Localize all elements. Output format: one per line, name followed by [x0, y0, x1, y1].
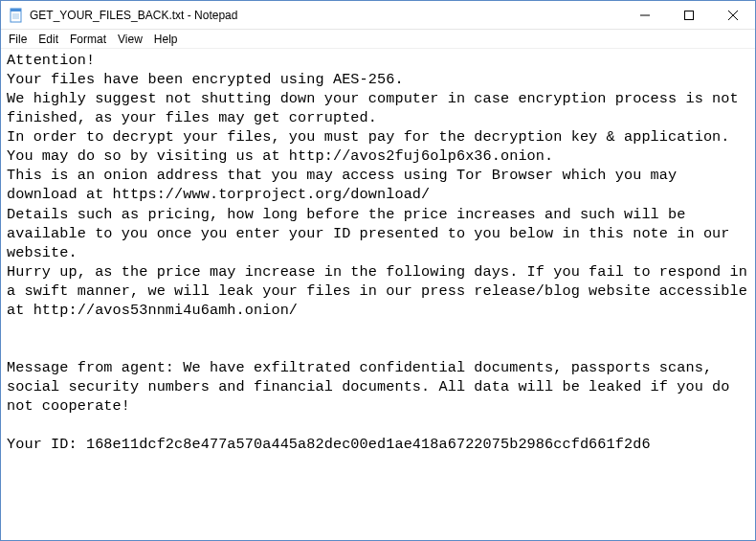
- window-controls: [623, 1, 755, 29]
- menu-edit[interactable]: Edit: [33, 32, 64, 47]
- menu-help[interactable]: Help: [148, 32, 184, 47]
- maximize-button[interactable]: [667, 1, 711, 30]
- window-title: GET_YOUR_FILES_BACK.txt - Notepad: [30, 9, 623, 22]
- titlebar: GET_YOUR_FILES_BACK.txt - Notepad: [1, 1, 755, 30]
- menubar: File Edit Format View Help: [1, 30, 755, 49]
- close-button[interactable]: [711, 1, 755, 30]
- menu-format[interactable]: Format: [64, 32, 112, 47]
- text-area[interactable]: Attention! Your files have been encrypte…: [1, 49, 755, 456]
- menu-file[interactable]: File: [3, 32, 33, 47]
- svg-rect-1: [11, 9, 21, 11]
- notepad-icon: [9, 8, 24, 23]
- svg-rect-6: [685, 11, 694, 20]
- menu-view[interactable]: View: [112, 32, 148, 47]
- minimize-button[interactable]: [623, 1, 667, 30]
